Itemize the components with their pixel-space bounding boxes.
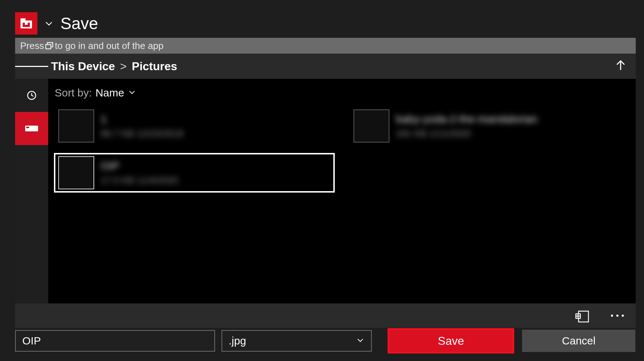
window-switch-icon — [45, 41, 54, 50]
svg-point-15 — [622, 315, 624, 317]
file-content-area: Sort by: Name 1 86.7 KB 12/23/2019 — [48, 79, 636, 303]
svg-rect-7 — [25, 126, 38, 131]
file-name: OIP — [101, 160, 178, 172]
footer-controls: .jpg Save Cancel — [15, 328, 635, 353]
app-menu-chevron-icon[interactable] — [44, 18, 54, 28]
file-thumbnail-icon — [59, 157, 93, 189]
file-name: baby-yoda-2-the-mandalorian — [396, 113, 538, 125]
file-name: 1 — [101, 113, 183, 125]
sidebar-item-this-device[interactable] — [15, 112, 48, 145]
sort-value: Name — [95, 87, 124, 99]
sidebar — [15, 79, 48, 303]
file-thumbnail-icon — [354, 110, 389, 142]
file-item[interactable]: OIP 17.0 KB 11/4/2020 — [54, 153, 335, 193]
filename-input[interactable] — [15, 330, 215, 352]
app-logo-icon — [15, 12, 37, 35]
nav-row: This Device > Pictures — [15, 54, 636, 79]
svg-rect-1 — [20, 18, 26, 21]
hint-prefix: Press — [20, 40, 44, 51]
more-options-button[interactable] — [609, 307, 626, 324]
dialog-body: Sort by: Name 1 86.7 KB 12/23/2019 — [15, 79, 636, 303]
dialog-title: Save — [60, 14, 98, 33]
file-item[interactable]: baby-yoda-2-the-mandalorian 181 KB 1/11/… — [349, 106, 630, 146]
sidebar-item-recent[interactable] — [15, 79, 48, 112]
svg-rect-8 — [26, 127, 29, 128]
svg-point-14 — [616, 315, 618, 317]
up-one-level-button[interactable] — [612, 57, 629, 74]
cancel-button[interactable]: Cancel — [522, 330, 635, 352]
file-item[interactable]: 1 86.7 KB 12/23/2019 — [54, 106, 335, 146]
save-button[interactable]: Save — [388, 328, 514, 353]
file-meta: 86.7 KB 12/23/2019 — [101, 128, 183, 139]
svg-rect-3 — [25, 23, 28, 25]
file-meta: 181 KB 1/11/2020 — [396, 128, 538, 139]
file-thumbnail-icon — [59, 110, 93, 142]
svg-point-13 — [611, 315, 613, 317]
sort-by-dropdown[interactable]: Sort by: Name — [52, 84, 631, 106]
chevron-down-icon — [356, 335, 365, 347]
sort-label: Sort by: — [55, 87, 92, 99]
hamburger-menu-button[interactable] — [15, 54, 48, 79]
svg-rect-4 — [46, 45, 51, 49]
file-meta: 17.0 KB 11/4/2020 — [101, 175, 178, 186]
breadcrumb-root[interactable]: This Device — [51, 60, 115, 73]
breadcrumb[interactable]: This Device > Pictures — [51, 60, 177, 73]
file-extension-select[interactable]: .jpg — [221, 330, 372, 352]
file-grid: 1 86.7 KB 12/23/2019 baby-yoda-2-the-man… — [52, 106, 631, 193]
hint-suffix: to go in and out of the app — [55, 40, 163, 51]
content-toolbar — [15, 303, 636, 328]
chevron-down-icon — [128, 87, 136, 99]
save-dialog: Save Press to go in and out of the app T… — [15, 9, 636, 328]
breadcrumb-sep: > — [120, 60, 127, 73]
file-extension-value: .jpg — [229, 335, 246, 347]
hint-bar: Press to go in and out of the app — [15, 38, 636, 54]
breadcrumb-leaf[interactable]: Pictures — [132, 60, 177, 73]
title-bar: Save — [15, 9, 636, 38]
new-folder-button[interactable] — [574, 307, 590, 324]
